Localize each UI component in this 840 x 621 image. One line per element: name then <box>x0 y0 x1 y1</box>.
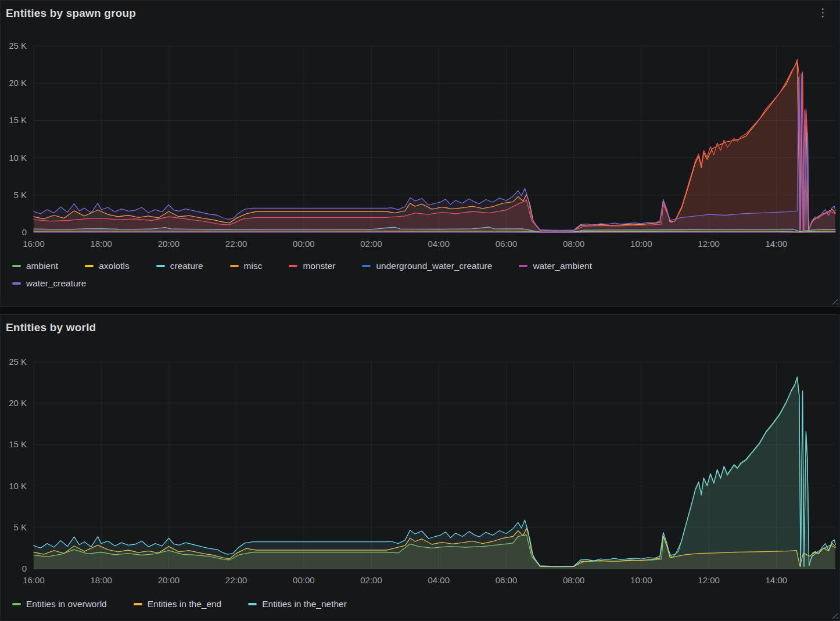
x-tick-label: 18:00 <box>90 575 112 585</box>
legend-label: misc <box>244 261 263 271</box>
y-tick-label: 5 K <box>13 522 27 532</box>
x-tick-label: 22:00 <box>225 239 247 249</box>
y-tick-label: 0 <box>22 227 27 237</box>
y-tick-label: 10 K <box>9 481 27 491</box>
legend-label: creature <box>170 261 203 271</box>
x-tick-label: 20:00 <box>158 575 180 585</box>
x-tick-label: 00:00 <box>293 575 315 585</box>
panel-entities-by-world: Entities by world 05 K10 K15 K20 K25 K16… <box>0 314 840 621</box>
legend-color-dash-icon <box>12 603 21 605</box>
x-tick-label: 20:00 <box>158 239 180 249</box>
panel-header[interactable]: Entities by world <box>1 315 839 342</box>
x-tick-label: 18:00 <box>90 239 112 249</box>
x-tick-label: 16:00 <box>23 575 45 585</box>
legend-label: axolotls <box>99 261 130 271</box>
legend-row: Entities in overworldEntities in the_end… <box>12 599 835 609</box>
legend-color-dash-icon <box>248 603 257 605</box>
legend-color-dash-icon <box>12 265 21 267</box>
x-tick-label: 12:00 <box>698 575 720 585</box>
legend-color-dash-icon <box>85 265 94 267</box>
legend-item-misc[interactable]: misc <box>230 261 263 271</box>
legend-item-water_ambient[interactable]: water_ambient <box>519 261 592 271</box>
y-tick-label: 25 K <box>9 357 27 367</box>
legend-color-dash-icon <box>12 282 21 285</box>
time-series-canvas[interactable]: 05 K10 K15 K20 K25 K16:0018:0020:0022:00… <box>1 34 840 267</box>
y-tick-label: 20 K <box>9 398 27 408</box>
legend-item-monster[interactable]: monster <box>289 261 335 271</box>
legend-label: water_ambient <box>533 261 592 271</box>
x-tick-label: 14:00 <box>766 575 788 585</box>
y-tick-label: 5 K <box>13 190 27 200</box>
series-area-entities-in-the_nether <box>34 377 835 569</box>
legend-item-entities-in-the_end[interactable]: Entities in the_end <box>134 599 222 609</box>
time-series-canvas[interactable]: 05 K10 K15 K20 K25 K16:0018:0020:0022:00… <box>1 351 840 590</box>
resize-handle-icon[interactable] <box>831 298 838 304</box>
y-tick-label: 10 K <box>9 153 27 163</box>
x-tick-label: 06:00 <box>496 239 518 249</box>
y-tick-label: 15 K <box>9 115 27 125</box>
legend: Entities in overworldEntities in the_end… <box>12 599 835 616</box>
panel-menu-icon[interactable]: ⋮ <box>814 6 831 20</box>
y-tick-label: 20 K <box>9 78 27 88</box>
x-tick-label: 02:00 <box>360 239 382 249</box>
legend-label: ambient <box>26 261 58 271</box>
x-tick-label: 16:00 <box>23 239 45 249</box>
legend-item-ambient[interactable]: ambient <box>12 261 58 271</box>
legend-color-dash-icon <box>230 265 239 267</box>
legend-color-dash-icon <box>362 265 371 267</box>
y-tick-label: 15 K <box>9 439 27 449</box>
x-tick-label: 10:00 <box>630 575 652 585</box>
legend-row: water_creature <box>12 278 835 289</box>
x-tick-label: 04:00 <box>428 575 450 585</box>
legend-item-axolotls[interactable]: axolotls <box>85 261 130 271</box>
legend-label: water_creature <box>26 278 86 289</box>
legend-label: underground_water_creature <box>376 261 492 271</box>
x-tick-label: 22:00 <box>225 575 247 585</box>
x-tick-label: 14:00 <box>766 239 788 249</box>
x-tick-label: 12:00 <box>698 239 720 249</box>
panel-title: Entities by spawn group <box>6 7 136 20</box>
legend-item-entities-in-the_nether[interactable]: Entities in the_nether <box>248 599 347 609</box>
x-tick-label: 08:00 <box>563 239 585 249</box>
x-tick-label: 08:00 <box>563 575 585 585</box>
x-tick-label: 04:00 <box>428 239 450 249</box>
legend-label: Entities in the_nether <box>262 599 347 609</box>
x-tick-label: 00:00 <box>293 239 315 249</box>
x-tick-label: 06:00 <box>496 575 518 585</box>
panel-header[interactable]: Entities by spawn group ⋮ <box>1 1 839 27</box>
legend-label: monster <box>303 261 335 271</box>
y-tick-label: 25 K <box>9 41 27 51</box>
legend-row: ambientaxolotlscreaturemiscmonsterunderg… <box>12 261 835 271</box>
legend-color-dash-icon <box>289 265 297 267</box>
legend-item-entities-in-overworld[interactable]: Entities in overworld <box>12 599 107 609</box>
legend-item-underground_water_creature[interactable]: underground_water_creature <box>362 261 492 271</box>
legend-color-dash-icon <box>519 265 527 267</box>
legend-item-water_creature[interactable]: water_creature <box>12 278 86 289</box>
legend-item-creature[interactable]: creature <box>156 261 203 271</box>
legend: ambientaxolotlscreaturemiscmonsterunderg… <box>12 261 835 296</box>
x-tick-label: 02:00 <box>360 575 382 585</box>
legend-label: Entities in the_end <box>148 599 222 609</box>
panel-entities-by-spawn-group: Entities by spawn group ⋮ 05 K10 K15 K20… <box>0 0 840 307</box>
legend-color-dash-icon <box>156 265 165 267</box>
x-tick-label: 10:00 <box>630 239 652 249</box>
y-tick-label: 0 <box>22 563 27 573</box>
panel-title: Entities by world <box>6 321 96 334</box>
legend-label: Entities in overworld <box>26 599 107 609</box>
legend-color-dash-icon <box>134 603 142 605</box>
